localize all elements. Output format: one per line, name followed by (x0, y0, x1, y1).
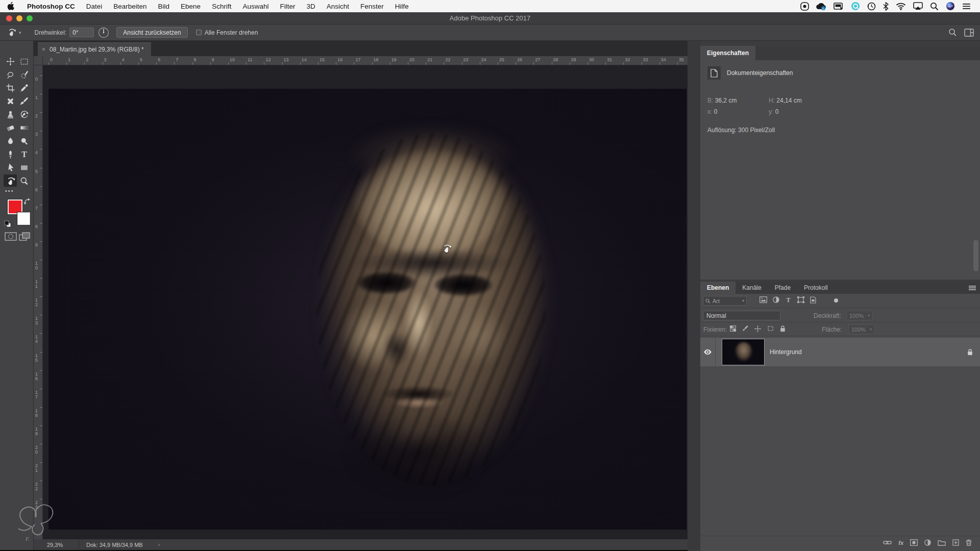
filter-shape-layers-icon[interactable] (797, 296, 804, 303)
lock-all-icon[interactable] (780, 325, 786, 332)
tab-ebenen[interactable]: Ebenen (700, 282, 736, 294)
filter-adjustment-layers-icon[interactable] (773, 296, 779, 303)
search-icon[interactable] (948, 28, 957, 37)
close-window-button[interactable] (6, 15, 12, 21)
lasso-tool[interactable] (4, 68, 17, 81)
rotate-view-tool-preset[interactable]: ▾ (7, 28, 21, 37)
blend-mode-select[interactable]: Normal (703, 311, 780, 320)
document-tab[interactable]: × 08_Martin.jpg bei 29,3% (RGB/8) * (38, 42, 151, 56)
tab-eigenschaften[interactable]: Eigenschaften (700, 46, 755, 60)
window-titlebar[interactable]: Adobe Photoshop CC 2017 (0, 12, 980, 24)
canvas-viewport[interactable] (43, 65, 688, 539)
layer-filter-kind-select[interactable]: Art ▾ (703, 296, 747, 306)
dodge-tool[interactable] (17, 135, 31, 147)
horizontal-ruler[interactable]: 0123456789101112131415161718192021222324… (43, 56, 688, 65)
menu-ebene[interactable]: Ebene (175, 3, 206, 10)
layer-name[interactable]: Hintergrund (770, 348, 802, 356)
scrollbar-thumb[interactable] (973, 240, 978, 271)
wifi-icon[interactable] (896, 3, 906, 10)
angle-dial-icon[interactable] (98, 27, 109, 38)
rotate-view-tool[interactable] (4, 174, 17, 187)
swap-colors-icon[interactable] (23, 198, 31, 205)
menu-ansicht[interactable]: Ansicht (321, 3, 355, 10)
pen-tool[interactable] (4, 148, 17, 160)
angle-input[interactable] (69, 28, 94, 37)
new-layer-icon[interactable] (952, 539, 959, 546)
teal-app-icon[interactable] (851, 2, 860, 11)
status-chevron-icon[interactable]: › (158, 542, 160, 547)
default-colors-icon[interactable] (4, 220, 11, 228)
background-color-swatch[interactable] (17, 212, 30, 225)
reset-view-button[interactable]: Ansicht zurücksetzen (116, 27, 187, 38)
ruler-corner[interactable] (34, 56, 43, 65)
gradient-tool[interactable] (17, 121, 31, 134)
airplay-icon[interactable] (913, 2, 923, 10)
portrait-image[interactable] (48, 89, 687, 530)
healing-brush-tool[interactable] (4, 95, 17, 107)
history-brush-tool[interactable] (17, 108, 31, 120)
filter-pixel-layers-icon[interactable] (760, 296, 767, 303)
zoom-tool[interactable] (17, 174, 31, 187)
brush-tool[interactable] (17, 95, 31, 107)
vertical-ruler[interactable]: 01234567891011121314151617181920212223 (34, 65, 43, 539)
filter-toggle-dot[interactable] (834, 298, 838, 303)
close-tab-icon[interactable]: × (42, 46, 45, 53)
panel-menu-icon[interactable] (969, 286, 976, 290)
move-tool[interactable] (4, 55, 17, 67)
tab-protokoll[interactable]: Protokoll (797, 282, 835, 294)
screen-mode-icon[interactable] (19, 232, 31, 241)
smudge-tool[interactable] (4, 135, 17, 147)
link-layers-icon[interactable] (883, 540, 892, 545)
eyedropper-tool[interactable] (17, 82, 31, 94)
menu-3d[interactable]: 3D (301, 3, 321, 10)
delete-layer-icon[interactable] (966, 539, 972, 546)
quick-selection-tool[interactable] (17, 68, 31, 81)
maximize-window-button[interactable] (27, 15, 33, 21)
checkbox-box[interactable] (196, 30, 202, 35)
apple-menu-icon[interactable] (7, 2, 14, 10)
new-adjustment-layer-icon[interactable] (924, 539, 931, 546)
add-layer-mask-icon[interactable] (910, 539, 918, 546)
bluetooth-icon[interactable] (883, 2, 889, 11)
clone-stamp-tool[interactable] (4, 108, 17, 120)
tab-kanaele[interactable]: Kanäle (736, 282, 768, 294)
lock-transparency-icon[interactable] (730, 325, 736, 332)
crop-tool[interactable] (4, 82, 17, 94)
layer-row-hintergrund[interactable]: Hintergrund (700, 338, 980, 366)
menu-hilfe[interactable]: Hilfe (389, 3, 414, 10)
layer-visibility-toggle[interactable] (700, 338, 716, 366)
filter-smart-objects-icon[interactable] (810, 296, 816, 304)
siri-icon[interactable] (946, 2, 955, 11)
marquee-tool[interactable] (17, 55, 31, 67)
eraser-tool[interactable] (4, 121, 17, 134)
menu-bild[interactable]: Bild (153, 3, 176, 10)
type-tool[interactable]: T (17, 148, 31, 160)
menu-bearbeiten[interactable]: Bearbeiten (108, 3, 152, 10)
path-selection-tool[interactable] (4, 161, 17, 173)
record-icon[interactable] (800, 2, 809, 11)
lock-position-icon[interactable] (754, 325, 761, 332)
rotate-all-windows-checkbox[interactable]: Alle Fenster drehen (196, 29, 258, 36)
display-keyboard-icon[interactable] (834, 2, 844, 11)
menu-datei[interactable]: Datei (81, 3, 108, 10)
filter-type-layers-icon[interactable]: T (785, 296, 792, 303)
cloud-sync-icon[interactable]: 0 (816, 2, 826, 11)
shape-tool[interactable] (17, 161, 31, 173)
lock-pixels-icon[interactable] (742, 325, 748, 332)
time-machine-icon[interactable] (867, 2, 876, 11)
tab-pfade[interactable]: Pfade (768, 282, 797, 294)
minimize-window-button[interactable] (16, 15, 22, 21)
layer-style-icon[interactable]: fx (898, 540, 903, 546)
menu-fenster[interactable]: Fenster (355, 3, 389, 10)
lock-artboard-icon[interactable] (767, 325, 774, 332)
spotlight-icon[interactable] (930, 2, 939, 11)
new-group-icon[interactable] (938, 540, 946, 546)
notification-center-icon[interactable] (962, 3, 971, 10)
menu-filter[interactable]: Filter (274, 3, 301, 10)
layer-thumbnail[interactable] (722, 339, 765, 365)
workspace-switcher-icon[interactable] (964, 29, 974, 37)
menu-schrift[interactable]: Schrift (206, 3, 237, 10)
menu-auswahl[interactable]: Auswahl (237, 3, 274, 10)
quick-mask-mode-icon[interactable] (5, 232, 17, 241)
edit-toolbar-ellipsis[interactable]: ••• (5, 188, 14, 194)
